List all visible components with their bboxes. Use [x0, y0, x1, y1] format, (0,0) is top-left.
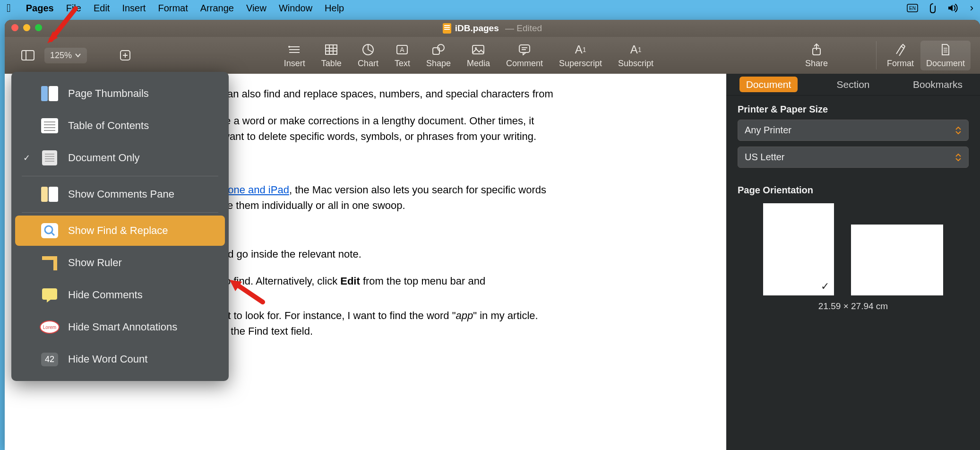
svg-rect-44: [49, 187, 58, 202]
page-dimensions: 21.59 × 27.94 cm: [738, 301, 969, 312]
apple-menu-icon[interactable]: : [7, 1, 11, 15]
titlebar: iDB.pages — Edited: [5, 20, 980, 37]
toolbar-document[interactable]: Document: [920, 41, 971, 70]
minimize-button[interactable]: [23, 24, 30, 31]
orientation-portrait[interactable]: ✓: [763, 203, 834, 295]
inspector-tab-section[interactable]: Section: [811, 75, 895, 94]
toolbar-text[interactable]: AText: [388, 43, 417, 69]
toolbar-share[interactable]: Share: [799, 43, 834, 69]
input-source-icon[interactable]: EN: [907, 4, 918, 12]
svg-rect-21: [473, 45, 484, 54]
menu-window[interactable]: Window: [279, 3, 312, 14]
volume-icon[interactable]: [947, 3, 960, 13]
document-content[interactable]: can also find and replace spaces, number…: [222, 83, 726, 360]
pages-window: iDB.pages — Edited 125% Insert Table Cha…: [5, 20, 980, 450]
svg-rect-11: [326, 45, 337, 54]
close-button[interactable]: [11, 24, 18, 31]
menu-show-comments-pane[interactable]: Show Comments Pane: [15, 179, 225, 209]
menu-show-find-replace[interactable]: Show Find & Replace: [15, 216, 225, 246]
paper-size-select[interactable]: US Letter: [738, 147, 969, 168]
document-status: — Edited: [503, 23, 542, 34]
svg-rect-32: [49, 86, 58, 101]
chevron-down-icon: [75, 53, 81, 58]
toolbar-table[interactable]: Table: [315, 43, 348, 69]
printer-select[interactable]: Any Printer: [738, 120, 969, 141]
attachment-icon[interactable]: [928, 3, 937, 13]
system-menubar:  Pages File Edit Insert Format Arrange …: [0, 0, 980, 16]
toolbar-media[interactable]: Media: [460, 43, 497, 69]
menu-table-of-contents[interactable]: Table of Contents: [15, 111, 225, 141]
svg-rect-31: [41, 86, 48, 101]
zoom-value: 125%: [50, 51, 72, 61]
svg-text:Lorem: Lorem: [43, 325, 56, 330]
menu-arrange[interactable]: Arrange: [200, 3, 234, 14]
toolbar-format[interactable]: Format: [880, 43, 920, 69]
inspector-tab-bookmarks[interactable]: Bookmarks: [895, 75, 980, 94]
menu-view[interactable]: View: [246, 3, 266, 14]
svg-rect-38: [42, 150, 57, 165]
toolbar: 125% Insert Table Chart AText Shape Medi…: [5, 37, 980, 74]
zoom-selector[interactable]: 125%: [44, 48, 87, 63]
menu-show-ruler[interactable]: Show Ruler: [15, 248, 225, 278]
check-icon: ✓: [821, 280, 829, 293]
menu-hide-word-count[interactable]: 42Hide Word Count: [15, 344, 225, 374]
toolbar-insert[interactable]: Insert: [277, 43, 312, 69]
menu-hide-smart-annotations[interactable]: LoremHide Smart Annotations: [15, 312, 225, 342]
toolbar-superscript[interactable]: A1Superscript: [552, 43, 609, 69]
toolbar-comment[interactable]: Comment: [499, 43, 550, 69]
svg-text:EN: EN: [909, 6, 916, 11]
document-title[interactable]: iDB.pages: [455, 23, 499, 34]
menu-hide-comments[interactable]: Hide Comments: [15, 280, 225, 310]
zoom-button[interactable]: [35, 24, 42, 31]
inspector-tab-document[interactable]: Document: [726, 75, 811, 94]
view-menu-button[interactable]: [14, 48, 42, 62]
toolbar-chart[interactable]: Chart: [351, 43, 385, 69]
svg-rect-48: [42, 288, 57, 300]
word-count-badge: 42: [41, 353, 58, 366]
svg-rect-2: [22, 51, 34, 60]
orientation-header: Page Orientation: [738, 185, 969, 196]
toolbar-shape[interactable]: Shape: [420, 43, 457, 69]
svg-rect-23: [519, 45, 530, 52]
svg-point-10: [288, 46, 290, 48]
stepper-icon: [955, 154, 962, 161]
menu-page-thumbnails[interactable]: Page Thumbnails: [15, 78, 225, 109]
orientation-landscape[interactable]: [851, 203, 943, 295]
view-dropdown-menu: Page Thumbnails Table of Contents ✓Docum…: [11, 72, 229, 381]
annotation-arrow: [226, 276, 268, 309]
menu-help[interactable]: Help: [325, 3, 344, 14]
annotation-arrow: [43, 5, 80, 47]
add-page-button[interactable]: [112, 48, 139, 62]
svg-text:A: A: [400, 46, 405, 53]
printer-size-header: Printer & Paper Size: [738, 104, 969, 115]
menu-edit[interactable]: Edit: [94, 3, 110, 14]
toolbar-subscript[interactable]: A1Subscript: [611, 43, 660, 69]
menu-format[interactable]: Format: [158, 3, 188, 14]
inspector-panel: Document Section Bookmarks Printer & Pap…: [726, 74, 980, 450]
stepper-icon: [955, 127, 962, 134]
svg-rect-19: [433, 48, 439, 54]
svg-rect-43: [41, 187, 48, 202]
svg-rect-33: [41, 118, 58, 133]
menu-insert[interactable]: Insert: [122, 3, 146, 14]
document-icon: [443, 23, 451, 34]
menubar-overflow-icon[interactable]: ›: [970, 2, 973, 14]
link-iphone-ipad[interactable]: hone and iPad: [222, 184, 289, 196]
menu-document-only[interactable]: ✓Document Only: [15, 143, 225, 173]
